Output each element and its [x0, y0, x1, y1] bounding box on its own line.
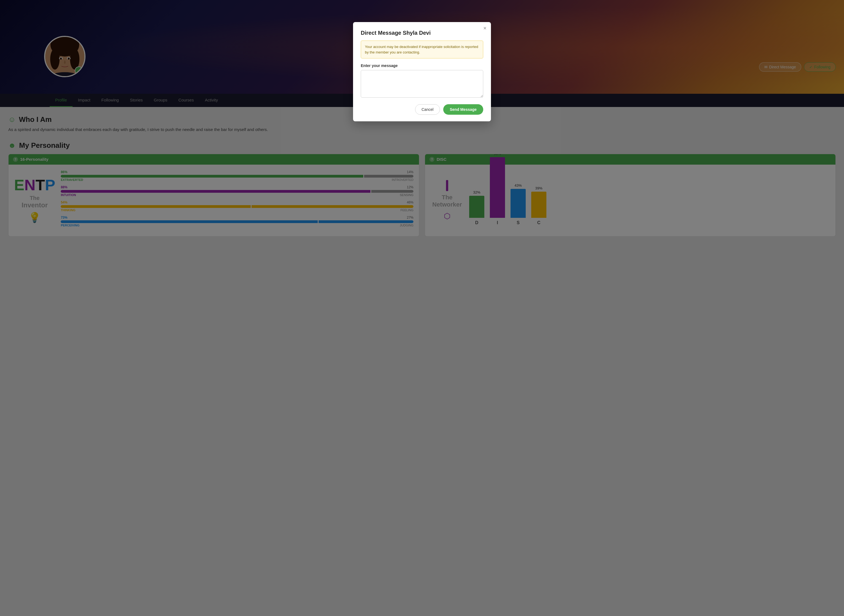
modal-title: Direct Message Shyla Devi [361, 30, 483, 36]
send-message-button[interactable]: Send Message [443, 104, 483, 115]
modal-overlay[interactable]: Direct Message Shyla Devi × Your account… [0, 0, 844, 616]
direct-message-modal: Direct Message Shyla Devi × Your account… [353, 22, 491, 121]
modal-close-button[interactable]: × [483, 25, 487, 31]
cancel-button[interactable]: Cancel [415, 104, 440, 115]
modal-actions: Cancel Send Message [361, 104, 483, 115]
modal-warning: Your account may be deactivated if inapp… [361, 41, 483, 59]
modal-message-input[interactable] [361, 70, 483, 98]
modal-message-label: Enter your message [361, 63, 483, 68]
